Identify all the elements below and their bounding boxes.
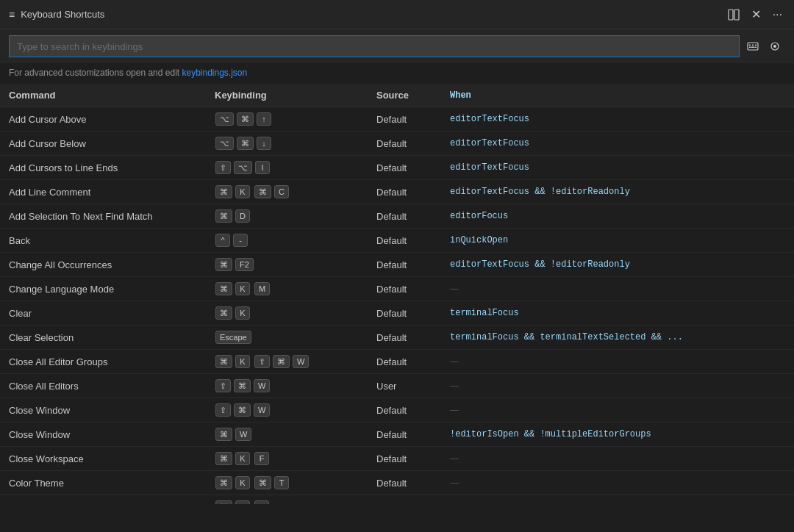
- command-header: Command: [0, 84, 206, 107]
- key-badge: ⌘: [215, 209, 232, 223]
- layout-button[interactable]: [725, 6, 743, 24]
- table-row[interactable]: Compare Active File with Clipboard⌘K CDe…: [0, 495, 794, 505]
- command-cell: Color Theme: [0, 471, 206, 495]
- svg-rect-3: [749, 45, 751, 46]
- key-badge: W: [254, 379, 270, 392]
- source-cell: Default: [368, 107, 441, 132]
- keybinding-cell: ⌘K ⌘C: [206, 180, 368, 204]
- when-text: inQuickOpen: [450, 235, 685, 245]
- info-bar: For advanced customizations open and edi…: [0, 63, 794, 84]
- key-badge: K: [235, 500, 250, 504]
- when-cell: editorTextFocus && !editorReadonly: [441, 253, 794, 277]
- keybindings-link[interactable]: keybindings.json: [182, 68, 247, 78]
- when-cell: inQuickOpen: [441, 229, 794, 253]
- record-icon-btn[interactable]: [765, 37, 785, 55]
- when-text: —: [450, 381, 685, 391]
- key-badge: ⌘: [215, 500, 232, 504]
- when-cell: editorTextFocus: [441, 132, 794, 156]
- more-button[interactable]: ···: [770, 6, 785, 24]
- source-cell: Default: [368, 277, 441, 301]
- shortcuts-table: Command Keybinding Source When Add Curso…: [0, 84, 794, 504]
- key-badge: F2: [235, 258, 254, 271]
- when-text: —: [450, 478, 685, 488]
- source-cell: Default: [368, 204, 441, 229]
- when-text: editorTextFocus: [450, 138, 685, 148]
- key-badge: ⇧: [254, 355, 270, 368]
- search-bar: [0, 29, 794, 63]
- keybinding-cell: ⌘K: [206, 301, 368, 326]
- when-cell: —: [441, 398, 794, 423]
- when-text: editorTextFocus && !editorReadonly: [450, 187, 685, 197]
- keybinding-cell: ⌥⌘↑: [206, 107, 368, 132]
- table-row[interactable]: Back^-DefaultinQuickOpen: [0, 229, 794, 253]
- key-badge: I: [255, 161, 270, 174]
- command-cell: Add Line Comment: [0, 180, 206, 204]
- svg-rect-8: [755, 47, 757, 48]
- key-badge: K: [235, 355, 250, 368]
- key-badge: ⌘: [215, 428, 232, 441]
- table-row[interactable]: Add Cursor Below⌥⌘↓DefaulteditorTextFocu…: [0, 132, 794, 156]
- key-badge: K: [235, 306, 250, 320]
- when-cell: editorFocus: [441, 204, 794, 229]
- keyboard-icon-btn[interactable]: [743, 37, 763, 55]
- table-row[interactable]: Color Theme⌘K ⌘TDefault—: [0, 471, 794, 495]
- table-row[interactable]: Add Cursor Above⌥⌘↑DefaulteditorTextFocu…: [0, 107, 794, 132]
- key-badge: M: [254, 282, 270, 295]
- keybinding-cell: ⌘K ⇧⌘W: [206, 350, 368, 374]
- title-bar: ≡ Keyboard Shortcuts ✕ ···: [0, 0, 794, 29]
- table-row[interactable]: Close Workspace⌘K FDefault—: [0, 447, 794, 471]
- key-badge: ⌘: [237, 137, 254, 150]
- table-row[interactable]: Clear⌘KDefaultterminalFocus: [0, 301, 794, 326]
- command-cell: Close All Editor Groups: [0, 350, 206, 374]
- when-text: terminalFocus && terminalTextSelected &&…: [450, 332, 685, 342]
- key-badge: ⌘: [237, 112, 254, 126]
- close-button[interactable]: ✕: [748, 6, 764, 24]
- command-cell: Compare Active File with Clipboard: [0, 495, 206, 505]
- when-text: —: [450, 405, 685, 415]
- key-badge: ^: [215, 234, 230, 247]
- when-cell: terminalFocus: [441, 301, 794, 326]
- table-row[interactable]: Clear SelectionEscapeDefaultterminalFocu…: [0, 326, 794, 350]
- when-text: —: [450, 284, 685, 294]
- when-cell: editorTextFocus && !editorReadonly: [441, 180, 794, 204]
- key-badge: ⇧: [215, 379, 231, 392]
- key-badge: ⌘: [273, 355, 290, 368]
- hamburger-icon[interactable]: ≡: [9, 9, 15, 21]
- when-header: When: [441, 84, 794, 107]
- command-cell: Back: [0, 229, 206, 253]
- table-header-row: Command Keybinding Source When: [0, 84, 794, 107]
- table-row[interactable]: Close Window⇧⌘WDefault—: [0, 398, 794, 423]
- table-row[interactable]: Change Language Mode⌘K MDefault—: [0, 277, 794, 301]
- key-badge: ⌘: [215, 185, 232, 198]
- when-text: —: [450, 502, 685, 504]
- command-cell: Clear Selection: [0, 326, 206, 350]
- search-input[interactable]: [9, 35, 740, 57]
- table-row[interactable]: Close All Editor Groups⌘K ⇧⌘WDefault—: [0, 350, 794, 374]
- key-badge: W: [235, 428, 251, 441]
- svg-rect-4: [752, 45, 754, 46]
- key-badge: D: [235, 209, 250, 223]
- key-badge: Escape: [215, 331, 251, 344]
- table-row[interactable]: Close All Editors⇧⌘WUser—: [0, 374, 794, 398]
- command-cell: Add Selection To Next Find Match: [0, 204, 206, 229]
- command-cell: Add Cursors to Line Ends: [0, 156, 206, 180]
- table-row[interactable]: Add Selection To Next Find Match⌘DDefaul…: [0, 204, 794, 229]
- search-icons: [743, 37, 785, 55]
- title-left: ≡ Keyboard Shortcuts: [9, 9, 104, 21]
- svg-rect-2: [748, 43, 758, 50]
- source-header: Source: [368, 84, 441, 107]
- command-cell: Add Cursor Below: [0, 132, 206, 156]
- table-row[interactable]: Add Cursors to Line Ends⇧⌥IDefaulteditor…: [0, 156, 794, 180]
- key-badge: ⌥: [215, 112, 234, 126]
- source-cell: Default: [368, 350, 441, 374]
- table-container: Command Keybinding Source When Add Curso…: [0, 84, 794, 504]
- svg-point-10: [773, 45, 776, 48]
- source-cell: Default: [368, 180, 441, 204]
- table-row[interactable]: Close Window⌘WDefault!editorIsOpen && !m…: [0, 423, 794, 447]
- table-row[interactable]: Add Line Comment⌘K ⌘CDefaulteditorTextFo…: [0, 180, 794, 204]
- table-row[interactable]: Change All Occurrences⌘F2DefaulteditorTe…: [0, 253, 794, 277]
- when-cell: —: [441, 471, 794, 495]
- command-cell: Close All Editors: [0, 374, 206, 398]
- key-badge: W: [293, 355, 309, 368]
- key-badge: ⌘: [215, 282, 232, 295]
